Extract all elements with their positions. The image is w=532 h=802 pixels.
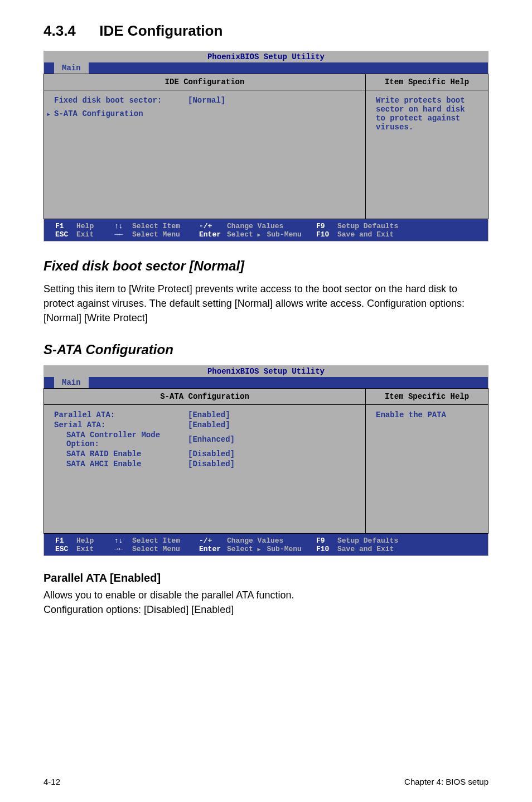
key-updown-icon: ↑↓: [114, 537, 132, 545]
key-enter-label: Select ▶ Sub-Menu: [227, 230, 316, 239]
subsection-parallel-ata: Parallel ATA [Enabled]: [43, 572, 489, 584]
key-plusminus-label: Change Values: [227, 537, 316, 545]
bios-item-label: Fixed disk boot sector:: [54, 96, 188, 105]
key-updown-label: Select Item: [132, 537, 199, 545]
bios-item-sata-controller-mode[interactable]: SATA Controller Mode Option: [Enhanced]: [54, 431, 355, 448]
bios-screenshot-ide: PhoenixBIOS Setup Utility Main IDE Confi…: [43, 51, 489, 241]
bios-tab-bar: Main: [44, 377, 488, 389]
bios-item-parallel-ata[interactable]: Parallel ATA: [Enabled]: [54, 410, 355, 419]
key-leftright-label: Select Menu: [132, 545, 199, 553]
parallel-ata-description-2: Configuration options: [Disabled] [Enabl…: [43, 602, 489, 617]
submenu-arrow-icon: ▶: [258, 232, 261, 238]
bios-footer-keys: F1 Help ↑↓ Select Item -/+ Change Values…: [44, 534, 488, 555]
bios-item-value: [Enabled]: [188, 421, 230, 429]
bios-utility-title: PhoenixBIOS Setup Utility: [44, 366, 488, 377]
bios-item-value: [Normal]: [188, 96, 225, 105]
bios-item-label: SATA Controller Mode Option:: [54, 431, 188, 448]
section-number: 4.3.4: [43, 22, 76, 39]
section-title: IDE Configuration: [99, 22, 223, 39]
submenu-arrow-icon: ▸: [46, 109, 51, 119]
key-enter-label: Select ▶ Sub-Menu: [227, 545, 316, 553]
key-f1: F1: [55, 222, 76, 230]
key-leftright-icon: →←: [114, 545, 132, 553]
section-heading: 4.3.4 IDE Configuration: [43, 22, 489, 40]
bios-item-label: Parallel ATA:: [54, 410, 188, 419]
page-number: 4-12: [43, 777, 60, 786]
key-esc-label: Exit: [76, 230, 114, 239]
key-f9-label: Setup Defaults: [337, 222, 398, 230]
chapter-label: Chapter 4: BIOS setup: [404, 777, 489, 786]
key-f10: F10: [316, 545, 337, 553]
bios-item-value: [Enabled]: [188, 410, 230, 419]
bios-screenshot-sata: PhoenixBIOS Setup Utility Main S-ATA Con…: [43, 365, 489, 556]
key-leftright-icon: →←: [114, 230, 132, 239]
key-esc: ESC: [55, 230, 76, 239]
key-plusminus: -/+: [199, 222, 227, 230]
bios-item-serial-ata[interactable]: Serial ATA: [Enabled]: [54, 421, 355, 429]
bios-tab-main[interactable]: Main: [54, 377, 89, 389]
key-f10-label: Save and Exit: [337, 545, 394, 553]
bios-help-text: Enable the PATA: [366, 405, 488, 425]
bios-item-value: [Enhanced]: [188, 435, 235, 444]
bios-item-label: S-ATA Configuration: [54, 109, 143, 118]
bios-utility-title: PhoenixBIOS Setup Utility: [44, 51, 488, 62]
bios-submenu-sata-config[interactable]: ▸ S-ATA Configuration: [54, 109, 355, 118]
key-f10: F10: [316, 230, 337, 239]
key-f1: F1: [55, 537, 76, 545]
key-plusminus: -/+: [199, 537, 227, 545]
subsection-fixed-disk: Fixed disk boot sector [Normal]: [43, 258, 489, 274]
key-f1-label: Help: [76, 222, 114, 230]
key-updown-label: Select Item: [132, 222, 199, 230]
bios-tab-main[interactable]: Main: [54, 62, 89, 74]
submenu-arrow-icon: ▶: [258, 547, 261, 553]
key-enter: Enter: [199, 230, 227, 239]
key-leftright-label: Select Menu: [132, 230, 199, 239]
key-enter: Enter: [199, 545, 227, 553]
bios-item-value: [Disabled]: [188, 450, 235, 458]
key-plusminus-label: Change Values: [227, 222, 316, 230]
bios-help-title: Item Specific Help: [366, 389, 488, 405]
key-f10-label: Save and Exit: [337, 230, 394, 239]
key-f9: F9: [316, 537, 337, 545]
key-esc-label: Exit: [76, 545, 114, 553]
key-esc: ESC: [55, 545, 76, 553]
fixed-disk-description: Setting this item to [Write Protect] pre…: [43, 282, 489, 325]
bios-item-sata-raid[interactable]: SATA RAID Enable [Disabled]: [54, 450, 355, 458]
subsection-sata-config: S-ATA Configuration: [43, 342, 489, 357]
bios-item-fixed-disk-boot[interactable]: Fixed disk boot sector: [Normal]: [54, 96, 355, 105]
page-footer: 4-12 Chapter 4: BIOS setup: [43, 777, 489, 786]
bios-tab-bar: Main: [44, 62, 488, 74]
bios-item-label: SATA RAID Enable: [54, 450, 188, 458]
key-f9: F9: [316, 222, 337, 230]
bios-help-title: Item Specific Help: [366, 74, 488, 90]
key-f9-label: Setup Defaults: [337, 537, 398, 545]
bios-help-text: Write protects boot sector on hard disk …: [366, 90, 488, 137]
bios-panel-title: S-ATA Configuration: [44, 389, 365, 405]
key-f1-label: Help: [76, 537, 114, 545]
bios-item-label: SATA AHCI Enable: [54, 460, 188, 468]
bios-item-value: [Disabled]: [188, 460, 235, 468]
bios-footer-keys: F1 Help ↑↓ Select Item -/+ Change Values…: [44, 219, 488, 241]
bios-panel-title: IDE Configuration: [44, 74, 365, 90]
key-updown-icon: ↑↓: [114, 222, 132, 230]
parallel-ata-description-1: Allows you to enable or disable the para…: [43, 588, 489, 602]
bios-item-label: Serial ATA:: [54, 421, 188, 429]
bios-item-sata-ahci[interactable]: SATA AHCI Enable [Disabled]: [54, 460, 355, 468]
